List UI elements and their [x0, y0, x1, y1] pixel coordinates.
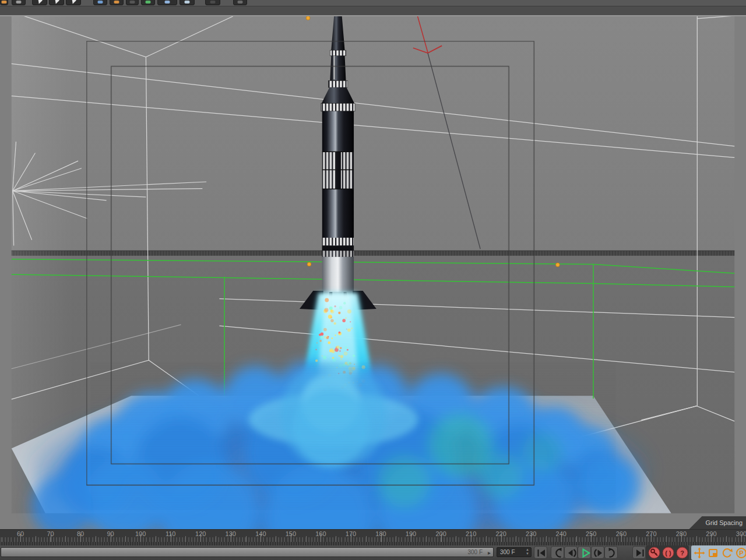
frame-mid-tick	[636, 536, 637, 542]
frame-mid-tick	[546, 536, 547, 542]
scale-tool-icon[interactable]	[66, 0, 81, 5]
animation-control-bar: 300 F ▸ 300 F ▲▼ ( )? P	[0, 545, 746, 560]
deformer-icon	[146, 1, 151, 3]
frame-major-tick	[741, 534, 742, 542]
goto-next-key-button[interactable]	[604, 546, 618, 559]
cube-array-icon[interactable]	[157, 0, 177, 5]
autokeying-button[interactable]: ( )	[662, 547, 674, 559]
light-icon[interactable]	[233, 0, 247, 5]
frame-major-tick	[200, 534, 201, 542]
frame-major-tick	[591, 534, 592, 542]
frame-major-tick	[20, 534, 21, 542]
frame-major-tick	[321, 534, 321, 542]
frame-major-tick	[171, 534, 171, 542]
frame-mid-tick	[306, 536, 307, 542]
frame-major-tick	[111, 534, 111, 542]
svg-text:?: ?	[680, 550, 684, 557]
smoke-cloud	[31, 362, 645, 529]
record-rotation-toggle[interactable]	[720, 547, 734, 559]
keying-toggle-panel: P	[691, 545, 746, 560]
sphere-primitive-icon	[98, 1, 103, 3]
frame-major-tick	[291, 534, 291, 542]
pen-spline-icon	[114, 1, 119, 3]
deformer-icon[interactable]	[141, 0, 155, 5]
cube-array-icon	[165, 1, 170, 3]
material-icon	[2, 1, 7, 3]
goto-previous-key-button[interactable]	[551, 546, 564, 559]
frame-major-tick	[681, 534, 682, 542]
goto-start-button[interactable]	[534, 546, 547, 559]
frame-mid-tick	[726, 536, 727, 542]
frame-mid-tick	[486, 536, 487, 542]
frame-mid-tick	[336, 536, 336, 542]
frame-major-tick	[471, 534, 471, 542]
subdivision-icon	[130, 1, 135, 3]
frame-major-tick	[711, 534, 712, 542]
frame-mid-tick	[576, 536, 577, 542]
keyframe-selection-button[interactable]: ?	[676, 547, 688, 559]
play-forwards-button[interactable]	[578, 546, 591, 559]
frame-major-tick	[441, 534, 442, 542]
floor-icon[interactable]	[180, 0, 195, 5]
undo-arrow-icon[interactable]	[12, 0, 26, 5]
live-selection-tool-icon	[37, 0, 43, 5]
frame-mid-tick	[366, 536, 367, 542]
record-position-toggle[interactable]	[692, 547, 706, 559]
toolbar-lower-band	[0, 6, 746, 16]
sphere-primitive-icon[interactable]	[93, 0, 107, 5]
pen-spline-icon[interactable]	[110, 0, 124, 5]
frame-major-tick	[621, 534, 622, 542]
frame-major-tick	[501, 534, 502, 542]
record-parameter-toggle[interactable]: P	[734, 547, 746, 559]
top-toolbar[interactable]	[0, 0, 746, 6]
svg-text:( ): ( )	[665, 550, 671, 557]
floor-icon	[185, 1, 190, 3]
frame-major-tick	[531, 534, 532, 542]
frame-major-tick	[51, 534, 51, 542]
frame-mid-tick	[696, 536, 697, 542]
frame-mid-tick	[96, 536, 96, 542]
frame-major-tick	[261, 534, 261, 542]
camera-icon[interactable]	[205, 0, 220, 5]
range-slider-value: 300 F	[467, 549, 483, 555]
svg-text:P: P	[739, 550, 743, 557]
frame-major-tick	[381, 534, 382, 542]
frame-major-tick	[651, 534, 652, 542]
record-keyframe-button[interactable]	[648, 547, 660, 559]
frame-mid-tick	[276, 536, 276, 542]
timeline-ruler[interactable]: 6070809010011012013014015016017018019020…	[0, 529, 746, 542]
frame-mid-tick	[456, 536, 456, 542]
frame-major-tick	[411, 534, 411, 542]
frame-mid-tick	[666, 536, 667, 542]
scale-tool-icon	[71, 0, 76, 5]
material-icon[interactable]	[0, 0, 8, 5]
frame-mid-tick	[216, 536, 216, 542]
move-tool-icon	[54, 0, 59, 5]
undo-arrow-icon	[16, 1, 22, 3]
timeline-range-slider[interactable]: 300 F ▸	[1, 547, 494, 557]
frame-stepper-icon[interactable]: ▲▼	[526, 548, 529, 556]
goto-next-frame-button[interactable]	[591, 546, 604, 559]
frame-mid-tick	[156, 536, 156, 542]
viewport-3d[interactable]: Grid Spacing	[0, 16, 746, 529]
frame-major-tick	[231, 534, 231, 542]
frame-major-tick	[140, 534, 141, 542]
current-frame-value: 300 F	[500, 549, 515, 555]
slider-arrow-icon[interactable]: ▸	[488, 548, 491, 557]
record-scale-toggle[interactable]	[706, 547, 720, 559]
move-tool-icon[interactable]	[49, 0, 64, 5]
goto-end-button[interactable]	[632, 546, 646, 559]
frame-mid-tick	[125, 536, 126, 542]
record-button-panel: ( )?	[646, 545, 689, 560]
subdivision-icon[interactable]	[126, 0, 139, 5]
current-frame-field[interactable]: 300 F ▲▼	[497, 547, 532, 557]
frame-mid-tick	[606, 536, 607, 542]
viewport-scene	[0, 16, 746, 529]
live-selection-tool-icon[interactable]	[32, 0, 47, 5]
goto-previous-frame-button[interactable]	[564, 546, 578, 559]
frame-mid-tick	[516, 536, 516, 542]
frame-major-tick	[561, 534, 562, 542]
frame-mid-tick	[396, 536, 396, 542]
frame-mid-tick	[185, 536, 186, 542]
frame-mid-tick	[65, 536, 66, 542]
